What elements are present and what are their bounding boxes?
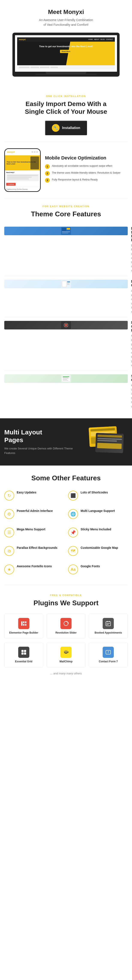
- googlemap-icon: 🗺: [68, 546, 78, 556]
- feature-num-1: 1: [45, 164, 50, 169]
- multi-layout-images: [85, 427, 128, 457]
- svg-rect-37: [24, 652, 26, 655]
- feat-googlefonts: Aa Google Fonts: [68, 562, 128, 576]
- feature-text-2: The theme uses Mobile-friendly sliders: …: [52, 171, 120, 175]
- elementor-name: Elementor Page Builder: [9, 631, 38, 634]
- one-click-tag: ONE CLICK INSTALLATION: [4, 95, 128, 97]
- megamenu-title: Mega Menu Support: [17, 528, 46, 531]
- plugin-mailchimp: MailChimp: [47, 642, 85, 668]
- svg-rect-10: [67, 285, 70, 285]
- svg-rect-26: [25, 624, 26, 626]
- plugins-heading: Plugins We Support: [4, 599, 128, 607]
- hero-section: Meet Monyxi An Awesome User-Friendly Com…: [0, 0, 132, 88]
- phone-bottom-text: Cryptocurrency On-line Courses: [6, 188, 39, 190]
- fontello-title: Awesome Fontello Icons: [17, 565, 52, 568]
- multi-layout-heading: Multi Layout Pages: [4, 428, 80, 444]
- svg-rect-2: [67, 228, 70, 230]
- googlefonts-icon: Aa: [68, 565, 78, 574]
- svg-rect-24: [23, 624, 24, 626]
- svg-rect-19: [63, 379, 69, 379]
- plugin-elementor: Elementor Page Builder: [4, 613, 43, 639]
- essential-name: Essential Grid: [15, 660, 32, 663]
- core-tag: FOR EASY WEBSITE CREATION: [4, 205, 128, 208]
- svg-rect-32: [107, 623, 110, 624]
- googlefonts-title: Google Fonts: [80, 565, 100, 568]
- feat-googlemap: 🗺 Customizable Google Map: [68, 544, 128, 558]
- mobile-content: Mobile Device Optimization 1 Absolutely …: [45, 155, 120, 185]
- feat-multilang: 🌐 Multi Language Support: [68, 507, 128, 521]
- revolution-icon: [60, 618, 72, 629]
- svg-rect-17: [63, 377, 69, 377]
- svg-rect-9: [67, 283, 69, 284]
- one-click-heading: Easily Import Demo With a Single Click o…: [4, 100, 128, 116]
- feat-parallax: ⧉ Parallax Effect Backgrounds: [4, 544, 64, 558]
- revolution-name: Revolution Slider: [55, 631, 77, 634]
- laptop-mockup: monyxi HOME ABOUT BLOG CONTACT Time to g…: [13, 33, 119, 76]
- multilang-title: Multi Language Support: [80, 509, 115, 512]
- easy-updates-icon: ↻: [4, 491, 14, 501]
- feat-shortcodes: ⬛ Lots of Shortcodes: [68, 488, 128, 503]
- shortcodes-icon: ⬛: [68, 491, 78, 501]
- svg-rect-33: [107, 624, 108, 625]
- core-features-section: FOR EASY WEBSITE CREATION Theme Core Fea…: [0, 199, 132, 418]
- laptop-hero-text: Time to get our Investments into the Nex…: [20, 45, 112, 48]
- plugins-tag: FREE & COMPATIBLE: [4, 594, 128, 597]
- svg-rect-25: [25, 621, 26, 623]
- phone-help-text: Need Help?: [6, 172, 39, 173]
- mobile-heading: Mobile Device Optimization: [45, 155, 120, 161]
- phone-hero-text: Time to Get Your Investments to the Next…: [7, 161, 38, 165]
- svg-rect-22: [21, 621, 22, 626]
- parallax-icon: ⧉: [4, 546, 14, 556]
- svg-rect-21: [63, 380, 68, 380]
- svg-rect-3: [62, 231, 70, 232]
- svg-rect-4: [62, 233, 68, 234]
- svg-rect-18: [63, 377, 68, 378]
- feature-num-3: 3: [45, 178, 50, 183]
- feature-drag-drop: Drag & Drop Page Builder Elementor Page …: [4, 223, 128, 277]
- booked-name: Booked Appointments: [95, 631, 122, 634]
- nocoding-thumb: [4, 321, 128, 329]
- drag-drop-thumb: [4, 227, 128, 235]
- svg-rect-7: [67, 282, 70, 282]
- parallax-title: Parallax Effect Backgrounds: [17, 546, 57, 549]
- hero-title: Meet Monyxi: [4, 9, 128, 16]
- nocoding-title: No Coding Required: [131, 321, 132, 332]
- svg-rect-8: [67, 283, 70, 283]
- plugins-section: FREE & COMPATIBLE Plugins We Support Ele…: [0, 585, 132, 688]
- multi-layout-text: Multi Layout Pages We create Several Uni…: [4, 428, 80, 455]
- multi-layout-desc: We create Several Unique Demos with Diff…: [4, 446, 80, 455]
- customize-desc: Awesome easy-to-use options will adjust …: [131, 289, 132, 314]
- admin-icon: ⚙: [4, 509, 14, 519]
- fontello-icon: ★: [4, 565, 14, 574]
- mailchimp-icon: [60, 647, 72, 658]
- seo-desc: HTML code integrated into the theme meet…: [131, 383, 132, 409]
- plugins-grid: Elementor Page Builder Revolution Slider: [4, 613, 128, 668]
- other-features-section: Some Other Features ↻ Easy Updates ⬛ Lot…: [0, 466, 132, 585]
- mobile-optimization-section: monyxi Time to Get Your Investments to t…: [0, 142, 132, 198]
- svg-rect-6: [62, 281, 67, 287]
- nocoding-info: No Coding Required No need to be a profe…: [131, 321, 132, 367]
- cf7-name: Contact Form 7: [99, 660, 118, 663]
- install-button[interactable]: 🔧 Installation: [45, 121, 87, 135]
- svg-rect-20: [63, 379, 67, 380]
- mobile-feature-1: 1 Absolutely all scrollable sections sup…: [45, 164, 120, 169]
- feature-nocoding: No Coding Required No need to be a profe…: [4, 317, 128, 371]
- shortcodes-title: Lots of Shortcodes: [80, 491, 108, 494]
- feat-stickymenu: 📌 Sticky Menu Included: [68, 525, 128, 539]
- easy-updates-title: Easy Updates: [17, 491, 36, 494]
- stickymenu-icon: 📌: [68, 528, 78, 538]
- admin-title: Powerful Admin Interface: [17, 509, 53, 512]
- svg-rect-34: [21, 650, 24, 652]
- other-features-heading: Some Other Features: [4, 474, 128, 482]
- svg-text:7: 7: [108, 651, 109, 654]
- megamenu-icon: ☰: [4, 528, 14, 538]
- drag-drop-desc: Elementor Page Builder offers amazing to…: [131, 243, 132, 273]
- mailchimp-name: MailChimp: [60, 660, 73, 663]
- essential-icon: [18, 647, 29, 658]
- plugin-revolution: Revolution Slider: [47, 613, 85, 639]
- mobile-feature-2: 2 The theme uses Mobile-friendly sliders…: [45, 171, 120, 176]
- elementor-icon: [18, 618, 29, 629]
- drag-drop-info: Drag & Drop Page Builder Elementor Page …: [131, 227, 132, 273]
- feat-megamenu: ☰ Mega Menu Support: [4, 525, 64, 539]
- seo-thumb: [4, 374, 128, 383]
